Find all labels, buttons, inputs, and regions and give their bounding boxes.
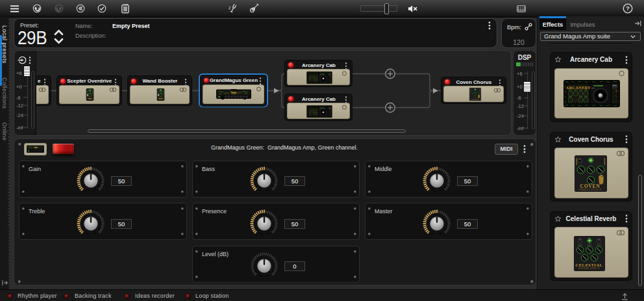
fader-scale-label: -12 [16,103,23,109]
suite-dropdown[interactable]: Grand Magus Amp suite [540,32,641,41]
param-group-master: Master 50 [365,203,532,240]
rhythm-player-item[interactable]: Rhythm player [7,290,57,301]
chain-block-wand-booster[interactable]: Wand Booster [128,76,192,105]
effect-card-celestial-reverb[interactable]: Celestial Reverb [551,212,632,281]
input-fader-handle[interactable] [23,66,31,77]
confirm-icon[interactable] [97,0,106,17]
block-title: e [38,78,40,84]
guitar-icon[interactable] [249,0,259,17]
keyboard-icon[interactable] [516,0,526,17]
backing-track-item[interactable]: Backing track [64,290,112,301]
midi-button[interactable]: MIDI [495,144,518,155]
block-led-on[interactable] [204,78,209,83]
chain-block-arcanery-cab-2[interactable]: Arcanery Cab [285,94,352,120]
undo-all-icon[interactable] [76,0,85,17]
redo-icon[interactable] [55,0,64,17]
tab-effects[interactable]: Effects [539,18,566,30]
sidebar-item-label: Collections [1,77,8,109]
level-knob[interactable] [249,251,279,281]
treble-knob[interactable] [76,209,106,239]
notepad-icon[interactable] [120,0,130,17]
master-value[interactable]: 50 [457,219,478,229]
block-title: Arcanery Cab [293,62,344,68]
treble-value[interactable]: 50 [111,219,132,229]
bypass-switch[interactable] [53,144,74,154]
card-title: Celestial Reverb [551,215,632,222]
block-led-on[interactable] [131,79,136,84]
block-led-on[interactable] [288,96,293,101]
card-title: Coven Chorus [551,136,632,143]
volume-slider-track[interactable] [360,5,397,12]
preset-down-button[interactable] [54,38,64,44]
card-menu-icon[interactable] [625,56,628,64]
bass-value[interactable]: 50 [284,176,305,186]
output-fader-handle[interactable] [523,81,531,92]
loop-station-item[interactable]: Loop station [185,290,229,301]
screw [22,165,25,168]
chain-block-grandmagus-green[interactable]: GrandMagus Green [201,75,266,106]
menu-icon[interactable] [9,0,19,17]
card-menu-icon[interactable] [625,215,628,223]
card-title: Arcanery Cab [551,56,632,63]
chain-block-arcanery-cab-1[interactable]: Arcanery Cab [285,60,352,86]
bass-knob[interactable] [249,166,279,196]
param-group-presence: Presence 50 [192,203,360,240]
block-led-on[interactable] [445,79,450,85]
bpm-value[interactable]: 120 [502,38,536,46]
block-led-on[interactable] [288,62,293,68]
block-title: Scepter Overdrive [66,78,114,84]
top-toolbar: ? [0,0,644,18]
effect-card-arcanery-cab[interactable]: Arcanery Cab ARCANERY [551,53,632,122]
fader-scale-label: -24 [517,113,524,119]
effect-card-coven-chorus[interactable]: Coven Chorus [551,133,632,202]
mute-icon[interactable] [408,0,418,17]
preset-up-button[interactable] [54,29,64,36]
fader-scale-label: +6 [16,70,22,76]
level-value[interactable]: 0 [284,261,305,271]
tuner-icon[interactable] [228,0,238,17]
middle-value[interactable]: 50 [457,176,478,186]
chain-block-coven-chorus[interactable]: Coven Chorus [441,77,506,103]
master-knob[interactable] [422,209,452,239]
bpm-link-icon[interactable] [525,23,532,31]
preset-name[interactable]: Empty Preset [112,23,150,29]
cab-image [306,72,332,84]
presence-knob[interactable] [249,209,279,239]
bottom-item-label: Rhythm player [18,293,57,299]
sidebar-item-online[interactable]: Online [0,114,9,148]
help-icon[interactable]: ? [623,0,633,17]
sidebar-item-local-presets[interactable]: Local presets [0,18,9,70]
browser-scrollbar[interactable] [638,175,642,286]
stereo-icon [109,87,117,92]
gain-value[interactable]: 50 [111,176,132,186]
tab-impulses[interactable]: Impulses [566,18,599,30]
expand-sidebar-icon[interactable] [2,280,8,286]
stereo-icon [38,87,46,92]
device-thumbnail[interactable] [24,143,47,155]
screw [526,233,529,235]
sidebar-item-collections[interactable]: Collections [0,72,9,114]
collapse-panel-icon[interactable] [634,20,641,27]
volume-slider-handle[interactable] [384,3,389,14]
middle-knob[interactable] [422,166,452,196]
screw [368,207,371,210]
ideas-recorder-item[interactable]: Ideas recorder [124,290,175,301]
undo-icon[interactable] [32,0,42,17]
cab-image-label: ARCANERY [565,85,591,89]
preset-menu-icon[interactable] [488,21,491,30]
fader-track [527,72,528,129]
volume-slider[interactable] [360,0,397,17]
params-menu-icon[interactable] [523,145,526,153]
block-led-on[interactable] [60,79,66,84]
chevron-down-icon [630,35,636,38]
gain-knob[interactable] [76,166,106,196]
chain-block-scepter-overdrive[interactable]: Scepter Overdrive [57,76,121,105]
card-menu-icon[interactable] [625,135,628,144]
app-window: ? Local presets Collections Online Prese… [0,0,644,301]
param-group-level: Level (dB) 0 [192,246,360,283]
input-icon[interactable] [18,56,27,64]
upload-icon[interactable] [621,292,629,300]
presence-value[interactable]: 50 [284,219,305,229]
input-menu-icon[interactable] [29,57,31,64]
pedalboard-scrollbar[interactable] [88,129,406,133]
